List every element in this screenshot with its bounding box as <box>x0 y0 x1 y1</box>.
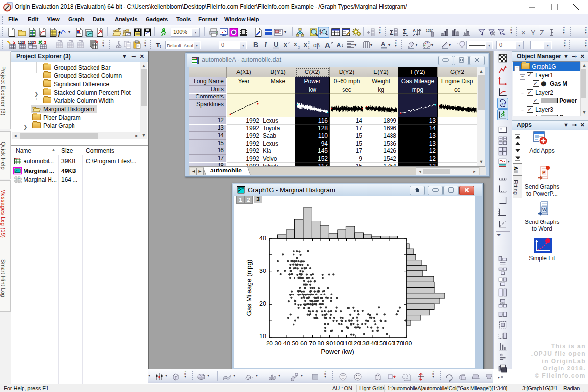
svg-text:Power (kw): Power (kw) <box>321 348 354 355</box>
svg-text:Y: Y <box>531 29 536 37</box>
svg-text:40: 40 <box>283 340 290 347</box>
svg-text:1: 1 <box>308 46 310 49</box>
svg-text:80: 80 <box>318 340 324 347</box>
svg-text:x: x <box>304 41 307 48</box>
svg-text:Σ: Σ <box>403 28 407 35</box>
svg-text:Z: Z <box>413 33 415 37</box>
svg-text:B: B <box>253 41 258 49</box>
svg-text:×: × <box>521 28 526 37</box>
svg-text:A: A <box>325 41 330 49</box>
svg-text:10: 10 <box>259 333 266 340</box>
svg-text:W: W <box>542 207 547 212</box>
svg-text:XY: XY <box>501 102 506 106</box>
svg-text:t: t <box>160 43 161 49</box>
svg-text:2: 2 <box>288 41 290 45</box>
svg-text:2: 2 <box>308 41 310 44</box>
svg-text:x: x <box>284 41 287 48</box>
svg-text:A: A <box>381 40 386 48</box>
svg-text:A: A <box>337 42 341 48</box>
svg-text:20: 20 <box>259 300 266 307</box>
svg-text:180: 180 <box>402 340 412 347</box>
svg-text:A: A <box>413 28 416 33</box>
svg-text:Σ: Σ <box>390 28 393 36</box>
svg-text:20: 20 <box>266 340 273 347</box>
svg-text:U: U <box>274 41 278 48</box>
svg-text:60: 60 <box>300 340 307 347</box>
svg-text:αβ: αβ <box>313 42 320 49</box>
svg-text:Z: Z <box>540 29 544 37</box>
svg-text:70: 70 <box>309 340 316 347</box>
svg-text:x: x <box>294 41 297 48</box>
svg-text:40: 40 <box>259 235 266 242</box>
svg-text:I: I <box>264 41 267 49</box>
svg-text:90: 90 <box>326 340 333 347</box>
svg-text:50: 50 <box>292 340 299 347</box>
svg-text:Gas Mileage (mpg): Gas Mileage (mpg) <box>245 260 253 316</box>
svg-text:f: f <box>58 29 61 37</box>
svg-text:30: 30 <box>259 268 266 274</box>
svg-text:2: 2 <box>298 45 300 49</box>
svg-text:30: 30 <box>275 340 282 347</box>
svg-text:123: 123 <box>426 29 432 32</box>
svg-text:P: P <box>542 170 546 175</box>
